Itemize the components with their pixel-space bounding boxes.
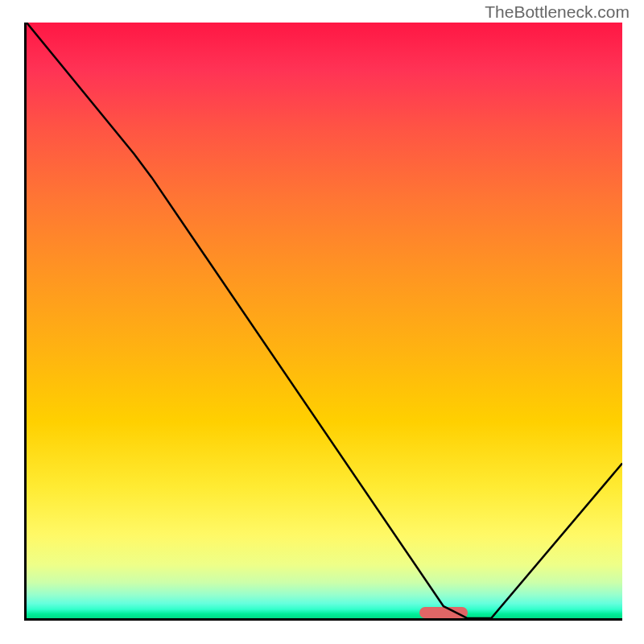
watermark-text: TheBottleneck.com xyxy=(485,2,630,22)
chart-background-gradient xyxy=(27,23,622,618)
optimal-range-marker xyxy=(419,607,467,618)
chart-plot-area xyxy=(24,23,622,621)
